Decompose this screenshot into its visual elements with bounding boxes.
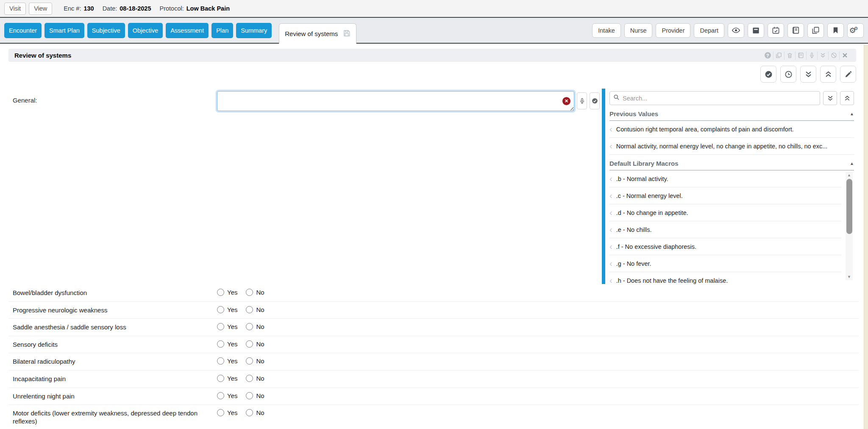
no-radio[interactable]: No [246, 375, 264, 382]
no-radio[interactable]: No [246, 409, 264, 416]
question-label: Sensory deficits [13, 340, 217, 348]
dictate-microphone-icon[interactable] [577, 92, 587, 109]
view-button[interactable]: View [29, 3, 52, 15]
yes-radio[interactable]: Yes [217, 357, 237, 365]
save-icon[interactable] [343, 29, 351, 38]
tab-smart-plan[interactable]: Smart Plan [45, 23, 84, 38]
confirm-check-icon[interactable] [590, 92, 600, 109]
protocol-label: Protocol: [159, 5, 184, 12]
no-radio[interactable]: No [246, 340, 264, 348]
yes-radio[interactable]: Yes [217, 340, 237, 348]
previous-values-title: Previous Values [609, 110, 658, 117]
copy-icon[interactable] [773, 51, 784, 60]
archive-icon[interactable] [748, 23, 764, 38]
macro-item[interactable]: ‹ .h - Does not have the feeling of mala… [609, 272, 841, 284]
insert-chevron-icon: ‹ [609, 191, 612, 200]
yes-radio[interactable]: Yes [217, 392, 237, 399]
scrollbar-thumb[interactable] [846, 179, 852, 234]
active-tab-label: Review of systems [285, 30, 338, 37]
no-radio[interactable]: No [246, 306, 264, 313]
tab-review-of-systems-active[interactable]: Review of systems [279, 23, 356, 44]
pencil-icon[interactable] [840, 66, 856, 83]
tab-summary[interactable]: Summary [236, 23, 272, 38]
nurse-button[interactable]: Nurse [624, 23, 653, 38]
double-chevron-down-icon[interactable] [817, 51, 828, 60]
scroll-up-icon[interactable]: ▲ [847, 172, 851, 178]
macros-scrollbar[interactable]: ▲ ▼ [846, 172, 853, 280]
yes-radio[interactable]: Yes [217, 409, 237, 416]
previous-value-item[interactable]: ‹ Normal activity, normal energy level, … [609, 138, 854, 155]
expand-all-icon[interactable] [823, 91, 837, 105]
intake-button[interactable]: Intake [592, 23, 621, 38]
question-row: Progressive neurologic weakness Yes No [8, 302, 859, 319]
general-textarea[interactable] [217, 91, 574, 111]
microphone-icon[interactable] [806, 51, 817, 60]
tab-plan[interactable]: Plan [211, 23, 233, 38]
double-chevron-down-icon[interactable] [800, 66, 816, 83]
tab-objective[interactable]: Objective [128, 23, 163, 38]
scroll-down-icon[interactable]: ▼ [847, 273, 851, 280]
previous-values-header[interactable]: Previous Values ▲ [609, 110, 854, 121]
collapse-triangle-icon[interactable]: ▲ [850, 161, 854, 166]
no-radio[interactable]: No [246, 289, 264, 296]
collapse-triangle-icon[interactable]: ▲ [850, 111, 854, 116]
default-library-macros-header[interactable]: Default Library Macros ▲ [609, 160, 854, 170]
no-radio[interactable]: No [246, 323, 264, 330]
macro-item[interactable]: ‹ .c - Normal energy level. [609, 187, 841, 204]
app-window: Visit View Enc #: 130 Date: 08-18-2025 P… [0, 0, 868, 429]
yes-radio[interactable]: Yes [217, 375, 237, 382]
macro-item[interactable]: ‹ .f - No excessive diaphoresis. [609, 238, 841, 255]
no-radio[interactable]: No [246, 392, 264, 399]
trash-icon[interactable] [784, 51, 795, 60]
bookmark-icon[interactable] [827, 23, 844, 38]
settings-gears-icon[interactable]: ⚙⚙ [847, 23, 864, 38]
search-box [609, 91, 820, 105]
macro-item[interactable]: ‹ .g - No fever. [609, 255, 841, 272]
date-label: Date: [103, 5, 117, 12]
clear-field-icon[interactable]: ✕ [562, 97, 571, 106]
protocol-value: Low Back Pain [186, 5, 230, 12]
calendar-check-icon[interactable] [768, 23, 784, 38]
question-row: Unrelenting night pain Yes No [8, 388, 859, 405]
visit-button[interactable]: Visit [4, 3, 26, 15]
double-chevron-up-icon[interactable] [820, 66, 836, 83]
book-icon[interactable] [787, 23, 804, 38]
macro-item[interactable]: ‹ .b - Normal activity. [609, 170, 841, 187]
quick-actions [760, 66, 856, 83]
previous-value-item[interactable]: ‹ Contusion right temporal area, complai… [609, 121, 854, 138]
question-label: Motor deficits (lower extremity weakness… [13, 409, 217, 425]
no-radio[interactable]: No [246, 357, 264, 365]
collapse-all-icon[interactable] [840, 91, 854, 105]
help-icon[interactable]: ? [762, 51, 773, 60]
check-circle-icon[interactable] [760, 66, 776, 83]
question-row: Bowel/bladder dysfunction Yes No [8, 284, 859, 302]
question-label: Unrelenting night pain [13, 392, 217, 400]
eye-icon[interactable] [728, 23, 744, 38]
tab-assessment[interactable]: Assessment [166, 23, 209, 38]
question-label: Bilateral radiculopathy [13, 357, 217, 365]
tab-encounter[interactable]: Encounter [4, 23, 42, 38]
search-input[interactable] [623, 95, 816, 102]
yes-radio[interactable]: Yes [217, 289, 237, 296]
clock-icon[interactable] [780, 66, 796, 83]
yes-radio[interactable]: Yes [217, 306, 237, 313]
top-bar: Visit View Enc #: 130 Date: 08-18-2025 P… [0, 0, 868, 18]
question-label: Incapacitating pain [13, 375, 217, 383]
insert-chevron-icon: ‹ [609, 208, 612, 217]
ban-icon[interactable] [828, 51, 839, 60]
enc-label: Enc #: [64, 5, 81, 12]
macro-text: .b - Normal activity. [616, 176, 668, 182]
provider-button[interactable]: Provider [656, 23, 690, 38]
question-row: Bilateral radiculopathy Yes No [8, 353, 859, 370]
insert-chevron-icon: ‹ [609, 242, 612, 251]
copy-icon[interactable] [807, 23, 824, 38]
book-icon[interactable] [795, 51, 806, 60]
tab-subjective[interactable]: Subjective [87, 23, 125, 38]
close-icon[interactable] [839, 51, 850, 60]
question-label: Progressive neurologic weakness [13, 306, 217, 314]
yes-radio[interactable]: Yes [217, 323, 237, 330]
macro-item[interactable]: ‹ .d - No change in appetite. [609, 204, 841, 221]
question-label: Saddle anesthesia / saddle sensory loss [13, 323, 217, 331]
macro-item[interactable]: ‹ .e - No chills. [609, 221, 841, 238]
depart-button[interactable]: Depart [694, 23, 724, 38]
